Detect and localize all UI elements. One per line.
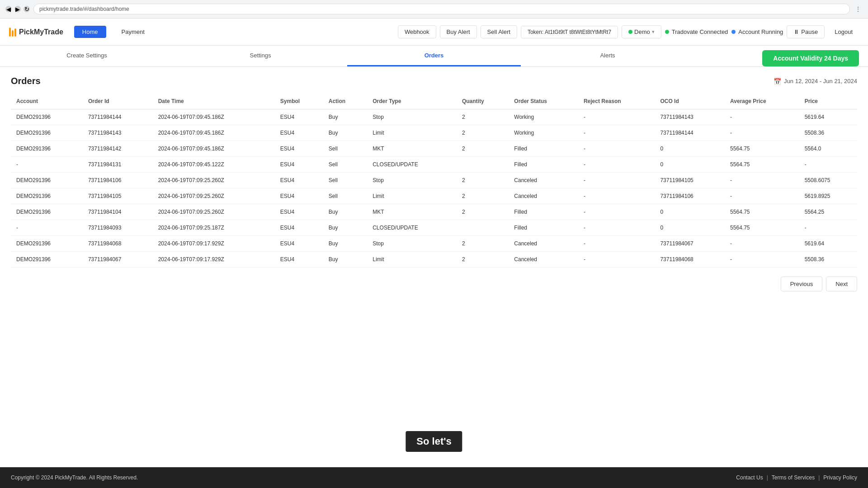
table-cell: MKT <box>367 141 457 157</box>
table-row: -737119840932024-06-19T07:09:25.187ZESU4… <box>11 220 857 236</box>
tab-alerts[interactable]: Alerts <box>521 46 694 66</box>
logout-button[interactable]: Logout <box>828 26 859 38</box>
buy-alert-button[interactable]: Buy Alert <box>440 25 477 38</box>
webhook-button[interactable]: Webhook <box>398 25 436 38</box>
table-cell: Stop <box>367 173 457 188</box>
home-button[interactable]: Home <box>74 26 106 38</box>
pause-label: Pause <box>801 28 818 35</box>
table-cell: - <box>578 173 655 188</box>
table-row: DEMO291396737119840672024-06-19T07:09:17… <box>11 252 857 267</box>
table-cell: - <box>11 220 83 236</box>
table-cell: 5564.75 <box>725 157 799 173</box>
sep-2: | <box>818 474 820 481</box>
col-average-price: Average Price <box>725 94 799 109</box>
col-order-id: Order Id <box>83 94 153 109</box>
table-cell: 2 <box>457 125 509 141</box>
table-cell: Buy <box>323 220 367 236</box>
browser-nav-buttons[interactable]: ◀ ▶ ↻ <box>5 6 30 12</box>
table-cell: - <box>578 220 655 236</box>
terms-link[interactable]: Terms of Services <box>772 474 815 481</box>
reload-button[interactable]: ↻ <box>24 6 30 12</box>
tradovate-status: Tradovate Connected <box>665 28 728 35</box>
table-cell: 73711984067 <box>655 236 725 252</box>
pagination: Previous Next <box>11 277 857 291</box>
table-cell: 73711984105 <box>655 173 725 188</box>
table-cell: 2024-06-19T07:09:45.186Z <box>153 125 275 141</box>
payment-button[interactable]: Payment <box>113 26 153 38</box>
address-bar[interactable]: pickmytrade.trade/#/dashboard/home <box>33 4 850 14</box>
token-button[interactable]: Token: At1tGt9tT t8tWtEt8tYtMtRt7 <box>521 26 618 38</box>
footer-copyright: Copyright © 2024 PickMyTrade. All Rights… <box>11 474 138 481</box>
table-cell: 0 <box>655 204 725 220</box>
table-cell: Stop <box>367 236 457 252</box>
tab-settings[interactable]: Settings <box>174 46 347 66</box>
table-cell: 73711984144 <box>655 125 725 141</box>
orders-tbody: DEMO291396737119841442024-06-19T07:09:45… <box>11 109 857 267</box>
table-cell: Filled <box>509 141 578 157</box>
table-cell: - <box>799 220 857 236</box>
table-cell: 5619.8925 <box>799 188 857 204</box>
demo-status-dot <box>628 30 632 34</box>
back-button[interactable]: ◀ <box>5 6 12 12</box>
table-cell: 73711984144 <box>83 109 153 125</box>
table-cell: Limit <box>367 252 457 267</box>
table-cell: 5564.75 <box>725 220 799 236</box>
col-oco-id: OCO Id <box>655 94 725 109</box>
tab-orders[interactable]: Orders <box>347 46 521 66</box>
account-running-label: Account Running <box>738 28 783 35</box>
forward-button[interactable]: ▶ <box>14 6 21 12</box>
table-cell: 5564.0 <box>799 141 857 157</box>
table-cell: Limit <box>367 125 457 141</box>
table-cell: - <box>725 188 799 204</box>
table-row: -737119841312024-06-19T07:09:45.122ZESU4… <box>11 157 857 173</box>
table-cell: 2 <box>457 109 509 125</box>
table-cell: 5619.64 <box>799 236 857 252</box>
table-cell: 5564.25 <box>799 204 857 220</box>
orders-title: Orders <box>11 76 41 86</box>
privacy-link[interactable]: Privacy Policy <box>823 474 857 481</box>
date-range-text: Jun 12, 2024 - Jun 21, 2024 <box>784 78 857 84</box>
table-cell <box>457 220 509 236</box>
table-cell: - <box>578 157 655 173</box>
extensions-icon[interactable]: ⋮ <box>854 5 863 14</box>
next-button[interactable]: Next <box>826 277 857 291</box>
previous-button[interactable]: Previous <box>781 277 823 291</box>
orders-header: Orders 📅 Jun 12, 2024 - Jun 21, 2024 <box>11 76 857 86</box>
sell-alert-button[interactable]: Sell Alert <box>481 25 517 38</box>
top-nav: PickMyTrade Home Payment Webhook Buy Ale… <box>0 19 868 46</box>
table-cell: 2024-06-19T07:09:25.260Z <box>153 204 275 220</box>
table-cell: 5508.36 <box>799 125 857 141</box>
col-reject-reason: Reject Reason <box>578 94 655 109</box>
table-cell: DEMO291396 <box>11 188 83 204</box>
table-cell: 2 <box>457 141 509 157</box>
table-cell: Filled <box>509 204 578 220</box>
table-cell: - <box>578 188 655 204</box>
pause-button[interactable]: ⏸ Pause <box>787 25 825 38</box>
table-cell: 2 <box>457 204 509 220</box>
table-cell: 73711984143 <box>655 109 725 125</box>
table-cell: ESU4 <box>275 188 323 204</box>
table-cell: 73711984104 <box>83 204 153 220</box>
table-cell: - <box>11 157 83 173</box>
table-cell: - <box>725 252 799 267</box>
demo-button[interactable]: Demo ▾ <box>622 25 661 38</box>
table-cell: 73711984068 <box>83 236 153 252</box>
table-cell: Buy <box>323 204 367 220</box>
pause-icon: ⏸ <box>793 28 799 35</box>
table-cell: 2024-06-19T07:09:45.186Z <box>153 109 275 125</box>
table-cell: Working <box>509 109 578 125</box>
table-cell: MKT <box>367 204 457 220</box>
table-cell: DEMO291396 <box>11 204 83 220</box>
logo-bar-2 <box>12 30 14 37</box>
table-cell: - <box>578 204 655 220</box>
contact-link[interactable]: Contact Us <box>736 474 763 481</box>
table-cell: - <box>578 125 655 141</box>
table-cell: DEMO291396 <box>11 141 83 157</box>
table-cell: Filled <box>509 220 578 236</box>
table-cell: 5564.75 <box>725 141 799 157</box>
col-order-status: Order Status <box>509 94 578 109</box>
table-cell: ESU4 <box>275 220 323 236</box>
table-cell: - <box>578 109 655 125</box>
tab-create-settings[interactable]: Create Settings <box>0 46 174 66</box>
table-cell: 5619.64 <box>799 109 857 125</box>
